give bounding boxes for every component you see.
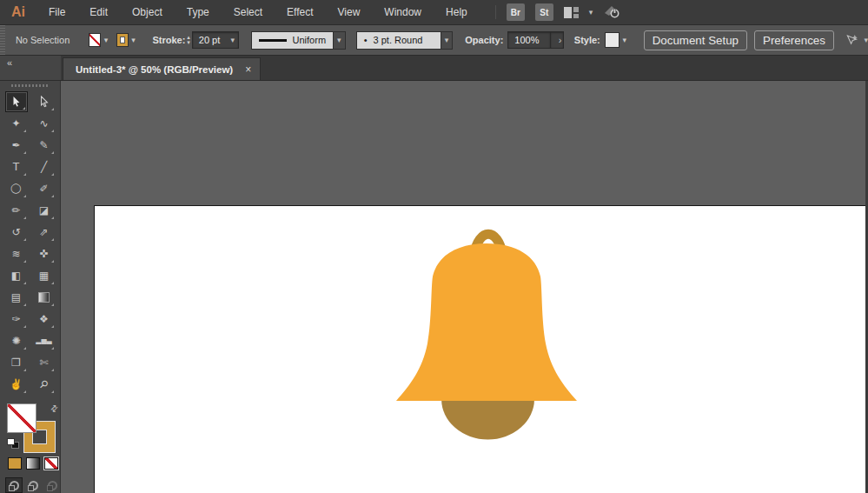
menu-select[interactable]: Select: [222, 0, 275, 24]
menu-file[interactable]: File: [36, 0, 77, 24]
default-fill-stroke-icon[interactable]: [7, 438, 19, 449]
select-similar-icon[interactable]: [845, 32, 861, 48]
direct-selection-icon: [38, 96, 50, 108]
hand-tool[interactable]: ✌: [5, 374, 28, 395]
fill-chevron-icon[interactable]: ▾: [101, 36, 111, 44]
curvature-tool[interactable]: ✎: [33, 135, 56, 156]
symbol-sprayer-tool[interactable]: ✺: [5, 330, 28, 351]
opacity-expand-button[interactable]: ›: [551, 31, 564, 49]
ellipse-tool[interactable]: ◯: [5, 178, 28, 199]
paint-buttons: [8, 457, 58, 470]
lasso-tool[interactable]: ∿: [33, 113, 56, 134]
pencil-tool[interactable]: ✏: [5, 200, 28, 221]
selection-tool[interactable]: [5, 91, 28, 112]
workspace-switcher-icon[interactable]: [564, 7, 579, 18]
eraser-tool[interactable]: ◪: [33, 200, 56, 221]
menu-object[interactable]: Object: [120, 0, 175, 24]
controlbar-grip[interactable]: [0, 25, 5, 55]
opacity-field[interactable]: 100%: [507, 31, 550, 49]
curvature-icon: ✎: [39, 140, 48, 150]
width-icon: ≋: [11, 249, 20, 259]
column-graph-tool[interactable]: ▂▅▃: [33, 330, 56, 351]
preferences-button[interactable]: Preferences: [754, 30, 834, 50]
scale-tool[interactable]: ⇗: [33, 222, 56, 243]
fill-stroke-indicator: ⇄: [7, 403, 56, 447]
eyedropper-tool[interactable]: ✑: [5, 309, 28, 330]
bell-artwork[interactable]: [61, 81, 868, 493]
stroke-color-swatch[interactable]: [116, 33, 129, 47]
zoom-tool[interactable]: ⚲: [33, 374, 56, 395]
draw-inside-button[interactable]: [43, 477, 61, 493]
document-setup-button[interactable]: Document Setup: [644, 30, 747, 50]
document-tab[interactable]: Untitled-3* @ 50% (RGB/Preview) ×: [63, 57, 261, 80]
menubar-right-group: Br St ▾: [495, 3, 621, 21]
perspective-grid-icon: ▦: [39, 270, 49, 281]
eyedropper-icon: ✑: [11, 314, 20, 324]
drawing-mode-buttons: [5, 477, 61, 493]
variable-width-chevron[interactable]: ▾: [333, 31, 346, 50]
menu-effect[interactable]: Effect: [275, 0, 325, 24]
fill-proxy[interactable]: [7, 403, 36, 433]
swap-fill-stroke-icon[interactable]: ⇄: [48, 402, 60, 414]
paintbrush-tool[interactable]: ✐: [33, 178, 56, 199]
stroke-weight-down-button[interactable]: ▾: [187, 40, 190, 45]
direct-selection-tool[interactable]: [33, 91, 56, 112]
opacity-label[interactable]: Opacity:: [465, 35, 503, 45]
workspace-chevron-icon[interactable]: ▾: [589, 8, 593, 17]
type-tool[interactable]: T: [5, 157, 28, 177]
brush-dropdown[interactable]: • 3 pt. Round: [356, 31, 441, 50]
magic-wand-tool[interactable]: ✦: [5, 113, 28, 134]
line-segment-tool[interactable]: ╱: [33, 157, 56, 177]
menu-type[interactable]: Type: [175, 0, 222, 24]
stock-button[interactable]: St: [535, 3, 553, 21]
collapse-panel-button[interactable]: «: [7, 57, 12, 68]
stroke-weight-stepper: ▴ ▾: [187, 35, 190, 45]
tools-panel: ✦ ∿ ✒ ✎ T ╱ ◯ ✐ ✏ ◪ ↺ ⇗ ≋ ✜ ◧ ▦ ▤ ✑ ❖ ✺: [0, 81, 61, 493]
bell-body[interactable]: [396, 243, 577, 401]
puppet-warp-icon: ✜: [39, 249, 48, 259]
menu-window[interactable]: Window: [372, 0, 434, 24]
symbol-sprayer-icon: ✺: [11, 336, 20, 346]
app-logo: Ai: [0, 4, 36, 20]
brush-chevron[interactable]: ▾: [441, 31, 454, 50]
draw-behind-button[interactable]: [24, 477, 42, 493]
perspective-grid-tool[interactable]: ▦: [33, 265, 56, 286]
select-similar-chevron[interactable]: ▾: [864, 36, 868, 44]
variable-width-dropdown[interactable]: Uniform: [251, 31, 333, 50]
tab-close-icon[interactable]: ×: [245, 63, 251, 76]
stroke-weight-field[interactable]: 20 pt ▾: [192, 31, 239, 49]
document-tab-title: Untitled-3* @ 50% (RGB/Preview): [76, 64, 233, 75]
bridge-button[interactable]: Br: [507, 3, 525, 21]
pen-tool[interactable]: ✒: [5, 135, 28, 156]
puppet-warp-tool[interactable]: ✜: [33, 243, 56, 264]
sync-status-icon: [603, 4, 620, 20]
none-button[interactable]: [44, 457, 58, 470]
pen-icon: ✒: [11, 140, 20, 150]
stroke-weight-value: 20 pt: [199, 35, 220, 45]
slice-icon: ✄: [39, 357, 48, 368]
blend-tool[interactable]: ❖: [33, 309, 56, 330]
mesh-tool[interactable]: ▤: [5, 287, 28, 308]
menu-view[interactable]: View: [326, 0, 373, 24]
gradient-button[interactable]: [26, 457, 40, 470]
canvas-area[interactable]: [61, 81, 868, 493]
stroke-chevron-icon[interactable]: ▾: [129, 36, 139, 44]
shape-builder-tool[interactable]: ◧: [5, 265, 28, 286]
toolbar-header: «: [0, 56, 61, 80]
style-swatch[interactable]: [605, 32, 620, 48]
color-button[interactable]: [8, 457, 22, 470]
brush-value: 3 pt. Round: [374, 35, 423, 45]
artboard-tool[interactable]: ❐: [5, 352, 28, 373]
rotate-tool[interactable]: ↺: [5, 222, 28, 243]
menu-edit[interactable]: Edit: [77, 0, 120, 24]
style-chevron-icon[interactable]: ▾: [620, 36, 630, 44]
fill-color-swatch[interactable]: [89, 33, 101, 47]
panel-grip[interactable]: [11, 84, 50, 87]
gradient-tool[interactable]: [33, 287, 56, 308]
bell-clapper[interactable]: [441, 399, 534, 439]
width-tool[interactable]: ≋: [5, 243, 28, 264]
stroke-weight-chevron-icon[interactable]: ▾: [231, 36, 235, 44]
menu-help[interactable]: Help: [434, 0, 480, 24]
draw-normal-button[interactable]: [5, 477, 23, 493]
slice-tool[interactable]: ✄: [33, 352, 56, 373]
